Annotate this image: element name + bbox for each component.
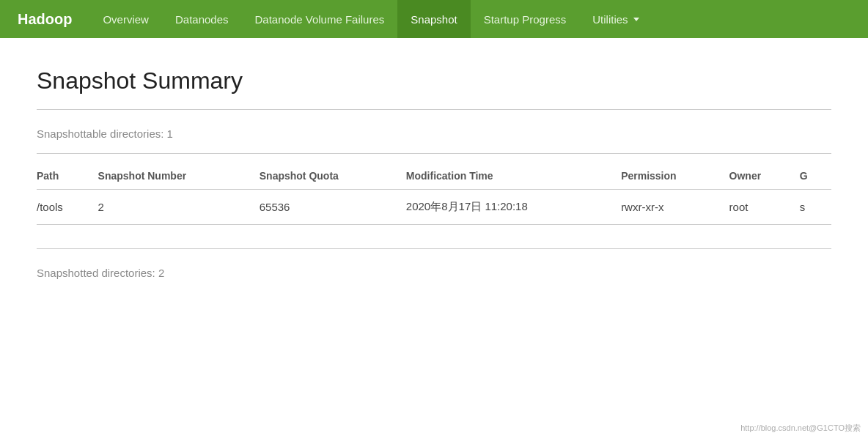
- snapshottable-directories-label: Snapshottable directories: 1: [37, 127, 831, 140]
- nav-link-overview[interactable]: Overview: [89, 0, 162, 38]
- table-header-row: Path Snapshot Number Snapshot Quota Modi…: [37, 163, 831, 190]
- col-group: G: [800, 163, 831, 190]
- bottom-section: Snapshotted directories: 2: [37, 242, 831, 279]
- cell-path: /tools: [37, 190, 98, 225]
- col-owner: Owner: [729, 163, 800, 190]
- table-body: /tools 2 65536 2020年8月17日 11:20:18 rwxr-…: [37, 190, 831, 225]
- main-content: Snapshot Summary Snapshottable directori…: [0, 38, 868, 307]
- cell-snapshot-number: 2: [98, 190, 260, 225]
- utilities-label: Utilities: [592, 13, 628, 26]
- col-permission: Permission: [621, 163, 729, 190]
- nav-items: Overview Datanodes Datanode Volume Failu…: [89, 0, 652, 38]
- cell-snapshot-quota: 65536: [260, 190, 406, 225]
- nav-brand[interactable]: Hadoop: [0, 0, 89, 38]
- snapshot-table: Path Snapshot Number Snapshot Quota Modi…: [37, 163, 831, 225]
- nav-link-utilities[interactable]: Utilities: [579, 0, 652, 38]
- nav-item-snapshot: Snapshot: [397, 0, 470, 38]
- nav-item-overview: Overview: [89, 0, 162, 38]
- bottom-divider: [37, 248, 831, 249]
- table-top-divider: [37, 153, 831, 154]
- nav-link-datanodes[interactable]: Datanodes: [162, 0, 242, 38]
- col-snapshot-number: Snapshot Number: [98, 163, 260, 190]
- page-title: Snapshot Summary: [37, 67, 831, 94]
- nav-link-datanode-volume-failures[interactable]: Datanode Volume Failures: [242, 0, 398, 38]
- nav-link-startup-progress[interactable]: Startup Progress: [471, 0, 580, 38]
- nav-item-datanode-volume-failures: Datanode Volume Failures: [242, 0, 398, 38]
- table-row: /tools 2 65536 2020年8月17日 11:20:18 rwxr-…: [37, 190, 831, 225]
- cell-owner: root: [729, 190, 800, 225]
- navbar: Hadoop Overview Datanodes Datanode Volum…: [0, 0, 868, 38]
- cell-modification-time: 2020年8月17日 11:20:18: [406, 190, 621, 225]
- table-header: Path Snapshot Number Snapshot Quota Modi…: [37, 163, 831, 190]
- snapshotted-directories-label: Snapshotted directories: 2: [37, 267, 831, 279]
- col-path: Path: [37, 163, 98, 190]
- cell-group: s: [800, 190, 831, 225]
- nav-link-snapshot[interactable]: Snapshot: [397, 0, 470, 38]
- nav-item-utilities: Utilities: [579, 0, 652, 38]
- col-modification-time: Modification Time: [406, 163, 621, 190]
- nav-item-datanodes: Datanodes: [162, 0, 242, 38]
- cell-permission: rwxr-xr-x: [621, 190, 729, 225]
- nav-item-startup-progress: Startup Progress: [471, 0, 580, 38]
- utilities-caret-icon: [633, 18, 639, 21]
- col-snapshot-quota: Snapshot Quota: [260, 163, 406, 190]
- title-divider: [37, 109, 831, 110]
